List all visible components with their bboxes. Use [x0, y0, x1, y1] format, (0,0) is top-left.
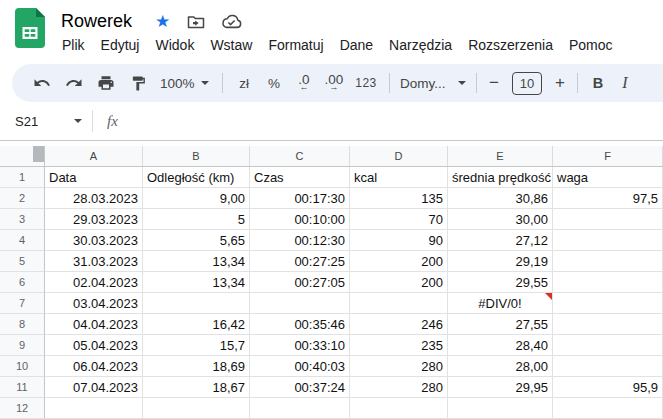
- cell-B4[interactable]: 5,65: [143, 230, 250, 251]
- star-icon[interactable]: ★: [155, 11, 170, 32]
- cell-F3[interactable]: [553, 209, 663, 230]
- cell-C2[interactable]: 00:17:30: [250, 188, 350, 209]
- increase-font-size-button[interactable]: +: [549, 73, 571, 93]
- menu-plik[interactable]: Plik: [54, 35, 93, 55]
- row-header-8[interactable]: 8: [0, 314, 45, 335]
- bold-button[interactable]: B: [584, 75, 612, 91]
- row-header-2[interactable]: 2: [0, 188, 45, 209]
- cell-B3[interactable]: 5: [143, 209, 250, 230]
- cell-C6[interactable]: 00:27:05: [250, 272, 350, 293]
- cell-D12[interactable]: [350, 398, 448, 419]
- print-icon[interactable]: [90, 69, 122, 97]
- name-box[interactable]: S21: [0, 114, 92, 129]
- cell-A5[interactable]: 31.03.2023: [45, 251, 143, 272]
- cell-F9[interactable]: [553, 335, 663, 356]
- column-header-D[interactable]: D: [350, 146, 448, 166]
- cell-E3[interactable]: 30,00: [448, 209, 553, 230]
- cell-C12[interactable]: [250, 398, 350, 419]
- cell-F2[interactable]: 97,5: [553, 188, 663, 209]
- cell-D3[interactable]: 70: [350, 209, 448, 230]
- cell-A11[interactable]: 07.04.2023: [45, 377, 143, 398]
- cell-C7[interactable]: [250, 293, 350, 314]
- more-formats-button[interactable]: 123: [349, 76, 383, 90]
- sheets-logo-icon[interactable]: [15, 8, 45, 48]
- menu-wstaw[interactable]: Wstaw: [202, 35, 260, 55]
- zoom-select[interactable]: 100%: [154, 76, 216, 91]
- cell-A2[interactable]: 28.03.2023: [45, 188, 143, 209]
- font-size-input[interactable]: 10: [512, 72, 542, 95]
- cell-C1[interactable]: Czas: [250, 167, 350, 188]
- cell-D5[interactable]: 200: [350, 251, 448, 272]
- font-select[interactable]: Domy...: [396, 76, 470, 91]
- menu-rozszerzenia[interactable]: Rozszerzenia: [460, 35, 561, 55]
- cloud-status-icon[interactable]: [221, 14, 242, 29]
- cell-B12[interactable]: [143, 398, 250, 419]
- cell-C8[interactable]: 00:35:46: [250, 314, 350, 335]
- percent-format-button[interactable]: %: [259, 76, 289, 91]
- cell-E10[interactable]: 28,00: [448, 356, 553, 377]
- cell-F4[interactable]: [553, 230, 663, 251]
- cell-E2[interactable]: 30,86: [448, 188, 553, 209]
- row-header-10[interactable]: 10: [0, 356, 45, 377]
- cell-C9[interactable]: 00:33:10: [250, 335, 350, 356]
- cell-F10[interactable]: [553, 356, 663, 377]
- column-header-C[interactable]: C: [250, 146, 350, 166]
- italic-button[interactable]: I: [612, 74, 638, 92]
- redo-icon[interactable]: [58, 69, 90, 97]
- row-header-7[interactable]: 7: [0, 293, 45, 314]
- cell-E7[interactable]: #DIV/0!: [448, 293, 553, 314]
- cell-A12[interactable]: [45, 398, 143, 419]
- increase-decimals-button[interactable]: .00 →: [319, 75, 349, 91]
- menu-dane[interactable]: Dane: [332, 35, 381, 55]
- cell-A3[interactable]: 29.03.2023: [45, 209, 143, 230]
- cell-D7[interactable]: [350, 293, 448, 314]
- cell-B5[interactable]: 13,34: [143, 251, 250, 272]
- row-header-3[interactable]: 3: [0, 209, 45, 230]
- cell-E12[interactable]: [448, 398, 553, 419]
- menu-edytuj[interactable]: Edytuj: [93, 35, 148, 55]
- cell-F5[interactable]: [553, 251, 663, 272]
- cell-B9[interactable]: 15,7: [143, 335, 250, 356]
- row-header-9[interactable]: 9: [0, 335, 45, 356]
- select-all-corner[interactable]: [0, 146, 45, 166]
- cell-E6[interactable]: 29,55: [448, 272, 553, 293]
- cell-A7[interactable]: 03.04.2023: [45, 293, 143, 314]
- menu-pomoc[interactable]: Pomoc: [561, 35, 621, 55]
- document-title[interactable]: Rowerek: [61, 11, 132, 32]
- cell-D1[interactable]: kcal: [350, 167, 448, 188]
- cell-F6[interactable]: [553, 272, 663, 293]
- column-header-F[interactable]: F: [553, 146, 663, 166]
- cell-C3[interactable]: 00:10:00: [250, 209, 350, 230]
- cell-B1[interactable]: Odległość (km): [143, 167, 250, 188]
- cell-D6[interactable]: 200: [350, 272, 448, 293]
- cell-D9[interactable]: 235: [350, 335, 448, 356]
- cell-F12[interactable]: [553, 398, 663, 419]
- cell-F1[interactable]: waga: [553, 167, 663, 188]
- menu-widok[interactable]: Widok: [147, 35, 202, 55]
- menu-narzedzia[interactable]: Narzędzia: [381, 35, 460, 55]
- cell-A10[interactable]: 06.04.2023: [45, 356, 143, 377]
- menu-formatuj[interactable]: Formatuj: [260, 35, 331, 55]
- cell-D10[interactable]: 280: [350, 356, 448, 377]
- cell-D2[interactable]: 135: [350, 188, 448, 209]
- paint-format-icon[interactable]: [122, 69, 154, 97]
- cell-D8[interactable]: 246: [350, 314, 448, 335]
- cell-E4[interactable]: 27,12: [448, 230, 553, 251]
- column-header-E[interactable]: E: [448, 146, 553, 166]
- column-header-B[interactable]: B: [143, 146, 250, 166]
- move-folder-icon[interactable]: [187, 14, 205, 29]
- row-header-1[interactable]: 1: [0, 167, 45, 188]
- cell-C4[interactable]: 00:12:30: [250, 230, 350, 251]
- cell-E5[interactable]: 29,19: [448, 251, 553, 272]
- row-header-6[interactable]: 6: [0, 272, 45, 293]
- column-header-A[interactable]: A: [45, 146, 143, 166]
- cell-E11[interactable]: 29,95: [448, 377, 553, 398]
- cell-C5[interactable]: 00:27:25: [250, 251, 350, 272]
- row-header-12[interactable]: 12: [0, 398, 45, 419]
- cell-D11[interactable]: 280: [350, 377, 448, 398]
- cell-B7[interactable]: [143, 293, 250, 314]
- cell-F7[interactable]: [553, 293, 663, 314]
- row-header-11[interactable]: 11: [0, 377, 45, 398]
- cell-A6[interactable]: 02.04.2023: [45, 272, 143, 293]
- cell-F11[interactable]: 95,9: [553, 377, 663, 398]
